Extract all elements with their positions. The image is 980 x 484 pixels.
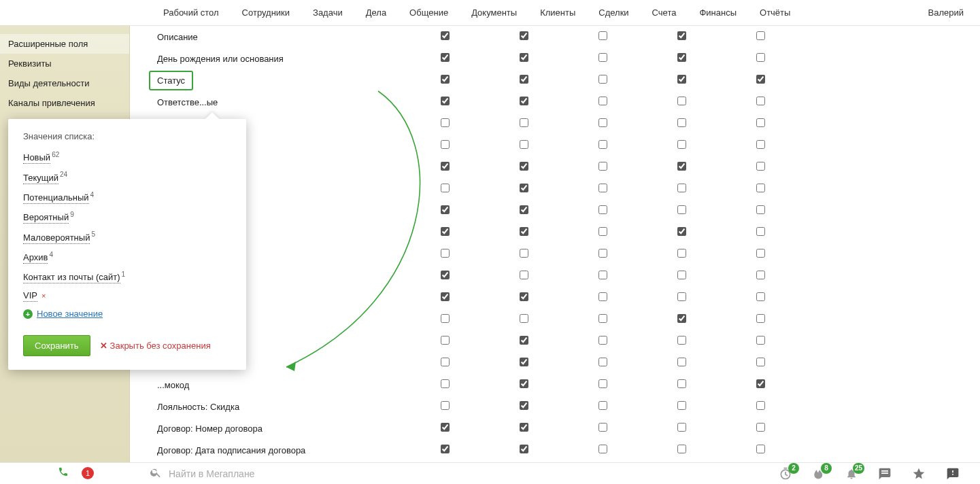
checkbox[interactable] — [520, 358, 528, 366]
checkbox[interactable] — [677, 379, 686, 388]
nav-10[interactable]: Отчёты — [760, 7, 790, 18]
checkbox[interactable] — [677, 358, 686, 366]
sidebar-item-2[interactable]: Виды деятельности — [0, 73, 129, 93]
checkbox[interactable] — [677, 162, 686, 171]
checkbox[interactable] — [520, 97, 528, 105]
checkbox[interactable] — [520, 31, 528, 40]
checkbox[interactable] — [677, 292, 686, 301]
sidebar-item-3[interactable]: Каналы привлечения — [0, 93, 129, 113]
checkbox[interactable] — [520, 227, 528, 236]
checkbox[interactable] — [520, 271, 528, 279]
checkbox[interactable] — [520, 423, 528, 432]
checkbox[interactable] — [441, 205, 450, 214]
chat-icon[interactable] — [878, 467, 892, 481]
checkbox[interactable] — [756, 31, 765, 40]
checkbox[interactable] — [441, 227, 450, 236]
nav-7[interactable]: Сделки — [598, 7, 628, 18]
checkbox[interactable] — [756, 358, 765, 366]
nav-0[interactable]: Рабочий стол — [163, 7, 219, 18]
nav-1[interactable]: Сотрудники — [242, 7, 290, 18]
checkbox[interactable] — [677, 75, 686, 84]
checkbox[interactable] — [756, 53, 765, 62]
checkbox[interactable] — [520, 401, 528, 410]
checkbox[interactable] — [598, 358, 607, 366]
checkbox[interactable] — [441, 379, 450, 388]
checkbox[interactable] — [677, 314, 686, 323]
checkbox[interactable] — [520, 162, 528, 171]
checkbox[interactable] — [756, 162, 765, 171]
checkbox[interactable] — [520, 75, 528, 84]
checkbox[interactable] — [677, 423, 686, 432]
value-name[interactable]: VIP — [23, 290, 37, 302]
checkbox[interactable] — [598, 423, 607, 432]
checkbox[interactable] — [598, 445, 607, 453]
value-name[interactable]: Текущий — [23, 173, 58, 184]
checkbox[interactable] — [677, 271, 686, 279]
checkbox[interactable] — [598, 118, 607, 127]
checkbox[interactable] — [520, 314, 528, 323]
checkbox[interactable] — [677, 97, 686, 105]
checkbox[interactable] — [756, 249, 765, 258]
checkbox[interactable] — [598, 314, 607, 323]
checkbox[interactable] — [441, 401, 450, 410]
checkbox[interactable] — [441, 445, 450, 453]
checkbox[interactable] — [520, 53, 528, 62]
checkbox[interactable] — [756, 271, 765, 279]
checkbox[interactable] — [520, 292, 528, 301]
add-value-button[interactable]: + Новое значение — [23, 309, 231, 319]
checkbox[interactable] — [756, 336, 765, 345]
checkbox[interactable] — [598, 379, 607, 388]
checkbox[interactable] — [598, 336, 607, 345]
checkbox[interactable] — [598, 249, 607, 258]
save-button[interactable]: Сохранить — [23, 335, 90, 356]
close-without-saving[interactable]: ✕ Закрыть без сохранения — [100, 341, 211, 351]
checkbox[interactable] — [441, 140, 450, 149]
nav-8[interactable]: Счета — [652, 7, 677, 18]
nav-9[interactable]: Финансы — [699, 7, 737, 18]
checkbox[interactable] — [756, 118, 765, 127]
checkbox[interactable] — [756, 423, 765, 432]
checkbox[interactable] — [756, 184, 765, 192]
checkbox[interactable] — [520, 249, 528, 258]
nav-4[interactable]: Общение — [409, 7, 448, 18]
current-user[interactable]: Валерий — [928, 7, 964, 18]
sidebar-item-1[interactable]: Реквизиты — [0, 54, 129, 73]
fire-icon[interactable]: 8 — [813, 467, 825, 481]
star-icon[interactable] — [912, 467, 926, 481]
checkbox[interactable] — [677, 227, 686, 236]
checkbox[interactable] — [677, 445, 686, 453]
checkbox[interactable] — [441, 249, 450, 258]
checkbox[interactable] — [441, 271, 450, 279]
checkbox[interactable] — [677, 401, 686, 410]
checkbox[interactable] — [756, 97, 765, 105]
checkbox[interactable] — [520, 336, 528, 345]
value-name[interactable]: Маловероятный — [23, 232, 90, 244]
phone-badge[interactable]: 1 — [82, 467, 94, 479]
nav-3[interactable]: Дела — [366, 7, 386, 18]
checkbox[interactable] — [756, 292, 765, 301]
checkbox[interactable] — [441, 184, 450, 192]
value-name[interactable]: Архив — [23, 252, 48, 264]
checkbox[interactable] — [441, 358, 450, 366]
checkbox[interactable] — [756, 314, 765, 323]
checkbox[interactable] — [756, 140, 765, 149]
sidebar-item-0[interactable]: Расширенные поля — [0, 34, 129, 54]
checkbox[interactable] — [520, 205, 528, 214]
checkbox[interactable] — [441, 423, 450, 432]
checkbox[interactable] — [441, 314, 450, 323]
checkbox[interactable] — [520, 140, 528, 149]
checkbox[interactable] — [441, 118, 450, 127]
checkbox[interactable] — [441, 336, 450, 345]
checkbox[interactable] — [441, 53, 450, 62]
value-name[interactable]: Контакт из почты (сайт) — [23, 272, 120, 283]
checkbox[interactable] — [677, 249, 686, 258]
checkbox[interactable] — [598, 184, 607, 192]
checkbox[interactable] — [677, 31, 686, 40]
checkbox[interactable] — [677, 205, 686, 214]
value-name[interactable]: Вероятный — [23, 212, 69, 224]
search-input[interactable] — [169, 468, 509, 479]
checkbox[interactable] — [677, 140, 686, 149]
checkbox[interactable] — [677, 184, 686, 192]
timer-icon[interactable]: 2 — [779, 467, 792, 481]
checkbox[interactable] — [756, 75, 765, 84]
